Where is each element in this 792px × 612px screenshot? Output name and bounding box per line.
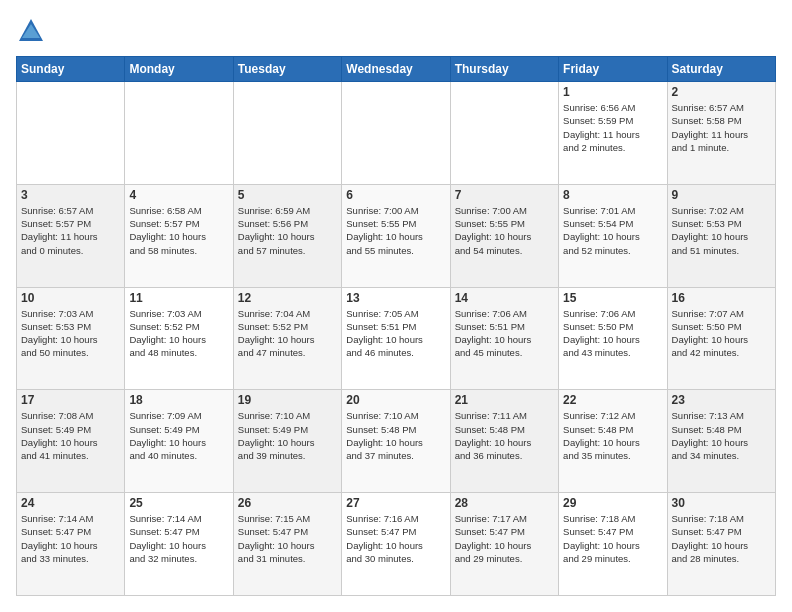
calendar-cell: 25Sunrise: 7:14 AM Sunset: 5:47 PM Dayli… xyxy=(125,493,233,596)
day-number: 30 xyxy=(672,496,771,510)
calendar-cell: 18Sunrise: 7:09 AM Sunset: 5:49 PM Dayli… xyxy=(125,390,233,493)
day-number: 5 xyxy=(238,188,337,202)
calendar-week-2: 3Sunrise: 6:57 AM Sunset: 5:57 PM Daylig… xyxy=(17,184,776,287)
calendar-cell xyxy=(233,82,341,185)
calendar-cell: 6Sunrise: 7:00 AM Sunset: 5:55 PM Daylig… xyxy=(342,184,450,287)
weekday-header-friday: Friday xyxy=(559,57,667,82)
day-info: Sunrise: 7:00 AM Sunset: 5:55 PM Dayligh… xyxy=(455,204,554,257)
day-number: 28 xyxy=(455,496,554,510)
day-info: Sunrise: 6:56 AM Sunset: 5:59 PM Dayligh… xyxy=(563,101,662,154)
day-number: 6 xyxy=(346,188,445,202)
calendar-cell: 5Sunrise: 6:59 AM Sunset: 5:56 PM Daylig… xyxy=(233,184,341,287)
day-number: 10 xyxy=(21,291,120,305)
weekday-header-wednesday: Wednesday xyxy=(342,57,450,82)
day-info: Sunrise: 7:07 AM Sunset: 5:50 PM Dayligh… xyxy=(672,307,771,360)
day-number: 3 xyxy=(21,188,120,202)
weekday-header-tuesday: Tuesday xyxy=(233,57,341,82)
logo xyxy=(16,16,50,46)
day-info: Sunrise: 7:17 AM Sunset: 5:47 PM Dayligh… xyxy=(455,512,554,565)
calendar-week-1: 1Sunrise: 6:56 AM Sunset: 5:59 PM Daylig… xyxy=(17,82,776,185)
day-number: 24 xyxy=(21,496,120,510)
day-number: 2 xyxy=(672,85,771,99)
calendar-cell: 28Sunrise: 7:17 AM Sunset: 5:47 PM Dayli… xyxy=(450,493,558,596)
calendar-cell: 24Sunrise: 7:14 AM Sunset: 5:47 PM Dayli… xyxy=(17,493,125,596)
calendar-cell: 2Sunrise: 6:57 AM Sunset: 5:58 PM Daylig… xyxy=(667,82,775,185)
day-info: Sunrise: 7:03 AM Sunset: 5:52 PM Dayligh… xyxy=(129,307,228,360)
day-info: Sunrise: 6:59 AM Sunset: 5:56 PM Dayligh… xyxy=(238,204,337,257)
calendar-cell xyxy=(342,82,450,185)
calendar-cell: 3Sunrise: 6:57 AM Sunset: 5:57 PM Daylig… xyxy=(17,184,125,287)
day-info: Sunrise: 7:09 AM Sunset: 5:49 PM Dayligh… xyxy=(129,409,228,462)
calendar-cell: 27Sunrise: 7:16 AM Sunset: 5:47 PM Dayli… xyxy=(342,493,450,596)
weekday-header-sunday: Sunday xyxy=(17,57,125,82)
calendar-cell: 15Sunrise: 7:06 AM Sunset: 5:50 PM Dayli… xyxy=(559,287,667,390)
day-info: Sunrise: 7:14 AM Sunset: 5:47 PM Dayligh… xyxy=(129,512,228,565)
day-number: 19 xyxy=(238,393,337,407)
day-number: 22 xyxy=(563,393,662,407)
day-number: 21 xyxy=(455,393,554,407)
calendar-cell: 12Sunrise: 7:04 AM Sunset: 5:52 PM Dayli… xyxy=(233,287,341,390)
day-number: 9 xyxy=(672,188,771,202)
day-info: Sunrise: 7:06 AM Sunset: 5:50 PM Dayligh… xyxy=(563,307,662,360)
calendar-cell: 9Sunrise: 7:02 AM Sunset: 5:53 PM Daylig… xyxy=(667,184,775,287)
day-number: 1 xyxy=(563,85,662,99)
calendar-week-3: 10Sunrise: 7:03 AM Sunset: 5:53 PM Dayli… xyxy=(17,287,776,390)
day-number: 23 xyxy=(672,393,771,407)
weekday-header-saturday: Saturday xyxy=(667,57,775,82)
day-number: 26 xyxy=(238,496,337,510)
calendar-cell: 21Sunrise: 7:11 AM Sunset: 5:48 PM Dayli… xyxy=(450,390,558,493)
calendar-cell: 22Sunrise: 7:12 AM Sunset: 5:48 PM Dayli… xyxy=(559,390,667,493)
day-info: Sunrise: 7:03 AM Sunset: 5:53 PM Dayligh… xyxy=(21,307,120,360)
day-info: Sunrise: 7:02 AM Sunset: 5:53 PM Dayligh… xyxy=(672,204,771,257)
day-number: 29 xyxy=(563,496,662,510)
calendar-cell xyxy=(17,82,125,185)
day-info: Sunrise: 7:05 AM Sunset: 5:51 PM Dayligh… xyxy=(346,307,445,360)
day-number: 15 xyxy=(563,291,662,305)
calendar-cell: 17Sunrise: 7:08 AM Sunset: 5:49 PM Dayli… xyxy=(17,390,125,493)
day-info: Sunrise: 7:16 AM Sunset: 5:47 PM Dayligh… xyxy=(346,512,445,565)
calendar-cell: 4Sunrise: 6:58 AM Sunset: 5:57 PM Daylig… xyxy=(125,184,233,287)
day-number: 18 xyxy=(129,393,228,407)
day-info: Sunrise: 7:18 AM Sunset: 5:47 PM Dayligh… xyxy=(672,512,771,565)
calendar-table: SundayMondayTuesdayWednesdayThursdayFrid… xyxy=(16,56,776,596)
calendar-cell: 7Sunrise: 7:00 AM Sunset: 5:55 PM Daylig… xyxy=(450,184,558,287)
calendar-cell: 19Sunrise: 7:10 AM Sunset: 5:49 PM Dayli… xyxy=(233,390,341,493)
day-number: 11 xyxy=(129,291,228,305)
day-number: 16 xyxy=(672,291,771,305)
weekday-header-thursday: Thursday xyxy=(450,57,558,82)
day-number: 12 xyxy=(238,291,337,305)
calendar-cell: 29Sunrise: 7:18 AM Sunset: 5:47 PM Dayli… xyxy=(559,493,667,596)
day-info: Sunrise: 7:01 AM Sunset: 5:54 PM Dayligh… xyxy=(563,204,662,257)
day-number: 27 xyxy=(346,496,445,510)
day-info: Sunrise: 7:00 AM Sunset: 5:55 PM Dayligh… xyxy=(346,204,445,257)
day-info: Sunrise: 6:57 AM Sunset: 5:57 PM Dayligh… xyxy=(21,204,120,257)
day-number: 25 xyxy=(129,496,228,510)
day-info: Sunrise: 7:14 AM Sunset: 5:47 PM Dayligh… xyxy=(21,512,120,565)
calendar-cell: 14Sunrise: 7:06 AM Sunset: 5:51 PM Dayli… xyxy=(450,287,558,390)
calendar-cell: 16Sunrise: 7:07 AM Sunset: 5:50 PM Dayli… xyxy=(667,287,775,390)
logo-icon xyxy=(16,16,46,46)
day-number: 8 xyxy=(563,188,662,202)
day-info: Sunrise: 7:13 AM Sunset: 5:48 PM Dayligh… xyxy=(672,409,771,462)
calendar-week-5: 24Sunrise: 7:14 AM Sunset: 5:47 PM Dayli… xyxy=(17,493,776,596)
calendar-cell: 20Sunrise: 7:10 AM Sunset: 5:48 PM Dayli… xyxy=(342,390,450,493)
day-number: 17 xyxy=(21,393,120,407)
day-info: Sunrise: 7:15 AM Sunset: 5:47 PM Dayligh… xyxy=(238,512,337,565)
day-info: Sunrise: 7:12 AM Sunset: 5:48 PM Dayligh… xyxy=(563,409,662,462)
calendar-cell: 30Sunrise: 7:18 AM Sunset: 5:47 PM Dayli… xyxy=(667,493,775,596)
day-info: Sunrise: 7:06 AM Sunset: 5:51 PM Dayligh… xyxy=(455,307,554,360)
calendar-cell: 13Sunrise: 7:05 AM Sunset: 5:51 PM Dayli… xyxy=(342,287,450,390)
day-info: Sunrise: 7:18 AM Sunset: 5:47 PM Dayligh… xyxy=(563,512,662,565)
day-number: 4 xyxy=(129,188,228,202)
day-info: Sunrise: 6:57 AM Sunset: 5:58 PM Dayligh… xyxy=(672,101,771,154)
day-info: Sunrise: 7:10 AM Sunset: 5:48 PM Dayligh… xyxy=(346,409,445,462)
calendar-cell: 26Sunrise: 7:15 AM Sunset: 5:47 PM Dayli… xyxy=(233,493,341,596)
calendar-cell: 1Sunrise: 6:56 AM Sunset: 5:59 PM Daylig… xyxy=(559,82,667,185)
calendar-cell: 10Sunrise: 7:03 AM Sunset: 5:53 PM Dayli… xyxy=(17,287,125,390)
day-info: Sunrise: 6:58 AM Sunset: 5:57 PM Dayligh… xyxy=(129,204,228,257)
calendar-cell xyxy=(125,82,233,185)
calendar-cell: 23Sunrise: 7:13 AM Sunset: 5:48 PM Dayli… xyxy=(667,390,775,493)
day-number: 7 xyxy=(455,188,554,202)
day-info: Sunrise: 7:04 AM Sunset: 5:52 PM Dayligh… xyxy=(238,307,337,360)
calendar-week-4: 17Sunrise: 7:08 AM Sunset: 5:49 PM Dayli… xyxy=(17,390,776,493)
